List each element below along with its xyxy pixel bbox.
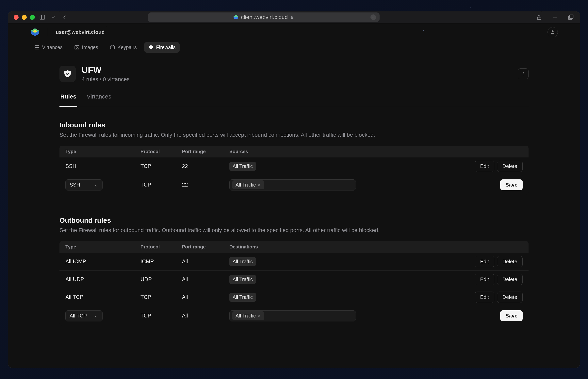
cell-port: 22 bbox=[182, 182, 229, 188]
svg-rect-19 bbox=[110, 46, 114, 49]
inbound-desc: Set the Firewall rules for incoming traf… bbox=[59, 132, 529, 138]
tag-label: All Traffic bbox=[235, 182, 256, 188]
tabs-overview-icon[interactable] bbox=[567, 14, 574, 21]
nav-label: Keypairs bbox=[118, 45, 137, 50]
cell-port: All bbox=[182, 313, 229, 319]
outbound-section: Outbound rules Set the Firewall rules fo… bbox=[59, 216, 529, 326]
title-bar: client.webvirt.cloud bbox=[8, 11, 580, 24]
main-nav: Virtances Images Keypairs Firewalls bbox=[8, 41, 580, 54]
col-type: Type bbox=[65, 149, 140, 154]
svg-rect-10 bbox=[568, 16, 572, 20]
firewall-name: UFW bbox=[82, 65, 130, 75]
svg-rect-9 bbox=[569, 15, 573, 19]
share-icon[interactable] bbox=[536, 14, 543, 21]
type-select[interactable]: All TCP ⌄ bbox=[65, 310, 103, 321]
table-header: Type Protocol Port range Sources bbox=[59, 146, 529, 158]
type-select[interactable]: SSH ⌄ bbox=[65, 179, 103, 190]
nav-label: Firewalls bbox=[156, 45, 176, 50]
cell-type: All UDP bbox=[65, 276, 140, 283]
address-url: client.webvirt.cloud bbox=[241, 14, 288, 20]
sidebar-toggle-icon[interactable] bbox=[39, 14, 46, 21]
table-row: All UDP UDP All All Traffic Edit Delete bbox=[59, 271, 529, 288]
source-tag[interactable]: All Traffic ✕ bbox=[232, 180, 264, 189]
col-type: Type bbox=[65, 244, 140, 250]
site-favicon-icon bbox=[233, 15, 239, 20]
window-close-button[interactable] bbox=[14, 15, 19, 20]
dest-tag[interactable]: All Traffic ✕ bbox=[232, 311, 264, 320]
cell-protocol: TCP bbox=[140, 294, 182, 300]
col-port: Port range bbox=[182, 149, 229, 154]
tab-rules[interactable]: Rules bbox=[59, 93, 77, 107]
cell-type: All TCP bbox=[65, 294, 140, 300]
table-row: All ICMP ICMP All All Traffic Edit Delet… bbox=[59, 253, 529, 271]
cell-type: SSH bbox=[65, 163, 140, 169]
edit-button[interactable]: Edit bbox=[475, 274, 494, 285]
outbound-desc: Set the Firewall rules for outbound traf… bbox=[59, 227, 529, 233]
content: UFW 4 rules / 0 virtances Rules Virtance… bbox=[8, 54, 580, 368]
address-more-icon[interactable] bbox=[370, 15, 376, 20]
cell-protocol: UDP bbox=[140, 276, 182, 283]
new-tab-icon[interactable] bbox=[551, 14, 559, 21]
user-email: user@webvirt.cloud bbox=[56, 29, 105, 35]
inbound-title: Inbound rules bbox=[59, 121, 529, 129]
col-protocol: Protocol bbox=[140, 149, 182, 154]
lock-icon bbox=[290, 15, 294, 19]
tabs: Rules Virtances bbox=[59, 93, 529, 107]
cell-port: 22 bbox=[182, 163, 229, 169]
save-button[interactable]: Save bbox=[500, 179, 523, 190]
address-bar[interactable]: client.webvirt.cloud bbox=[148, 13, 380, 22]
col-sources: Sources bbox=[229, 149, 469, 154]
back-button[interactable] bbox=[61, 14, 68, 21]
cell-port: All bbox=[182, 294, 229, 300]
tab-virtances[interactable]: Virtances bbox=[86, 93, 112, 107]
server-icon bbox=[34, 45, 40, 50]
svg-rect-4 bbox=[291, 17, 294, 19]
edit-button[interactable]: Edit bbox=[475, 161, 494, 172]
key-icon bbox=[110, 45, 115, 50]
svg-point-22 bbox=[523, 75, 523, 75]
delete-button[interactable]: Delete bbox=[497, 256, 523, 267]
delete-button[interactable]: Delete bbox=[497, 274, 523, 285]
cell-port: All bbox=[182, 276, 229, 283]
page-header: UFW 4 rules / 0 virtances bbox=[59, 65, 529, 82]
col-dest: Destinations bbox=[229, 244, 469, 250]
svg-point-5 bbox=[372, 17, 373, 18]
svg-rect-17 bbox=[75, 46, 79, 49]
svg-point-20 bbox=[523, 72, 523, 73]
dest-input[interactable]: All Traffic ✕ bbox=[229, 310, 356, 321]
nav-keypairs[interactable]: Keypairs bbox=[106, 42, 141, 53]
svg-rect-16 bbox=[35, 47, 39, 49]
firewall-menu-button[interactable] bbox=[518, 68, 529, 79]
select-value: All TCP bbox=[70, 313, 87, 319]
sources-input[interactable]: All Traffic ✕ bbox=[229, 179, 356, 190]
edit-row: All TCP ⌄ TCP All All Traffic ✕ bbox=[59, 306, 529, 326]
app-logo-icon[interactable] bbox=[30, 28, 40, 37]
nav-firewalls[interactable]: Firewalls bbox=[144, 42, 180, 53]
firewall-summary: 4 rules / 0 virtances bbox=[82, 76, 130, 82]
tag-remove-icon[interactable]: ✕ bbox=[257, 313, 261, 318]
chevron-down-icon: ⌄ bbox=[94, 182, 98, 188]
window-maximize-button[interactable] bbox=[30, 15, 35, 20]
dest-tag: All Traffic bbox=[229, 293, 256, 302]
delete-button[interactable]: Delete bbox=[497, 161, 523, 172]
save-button[interactable]: Save bbox=[500, 310, 523, 321]
cell-protocol: TCP bbox=[140, 163, 182, 169]
avatar[interactable] bbox=[547, 27, 558, 37]
svg-rect-15 bbox=[35, 46, 39, 47]
outbound-table: Type Protocol Port range Destinations Al… bbox=[59, 241, 529, 326]
outbound-title: Outbound rules bbox=[59, 216, 529, 224]
shield-icon bbox=[148, 45, 154, 50]
image-icon bbox=[74, 45, 80, 50]
edit-button[interactable]: Edit bbox=[475, 256, 494, 267]
tag-remove-icon[interactable]: ✕ bbox=[257, 182, 261, 188]
chevron-down-icon: ⌄ bbox=[94, 313, 98, 319]
delete-button[interactable]: Delete bbox=[497, 292, 523, 303]
table-row: SSH TCP 22 All Traffic Edit Delete bbox=[59, 158, 529, 175]
window-minimize-button[interactable] bbox=[22, 15, 27, 20]
nav-virtances[interactable]: Virtances bbox=[30, 42, 67, 53]
dest-tag: All Traffic bbox=[229, 257, 256, 266]
dest-tag: All Traffic bbox=[229, 275, 256, 284]
chevron-down-icon[interactable] bbox=[50, 14, 57, 21]
nav-images[interactable]: Images bbox=[70, 42, 102, 53]
edit-button[interactable]: Edit bbox=[475, 292, 494, 303]
